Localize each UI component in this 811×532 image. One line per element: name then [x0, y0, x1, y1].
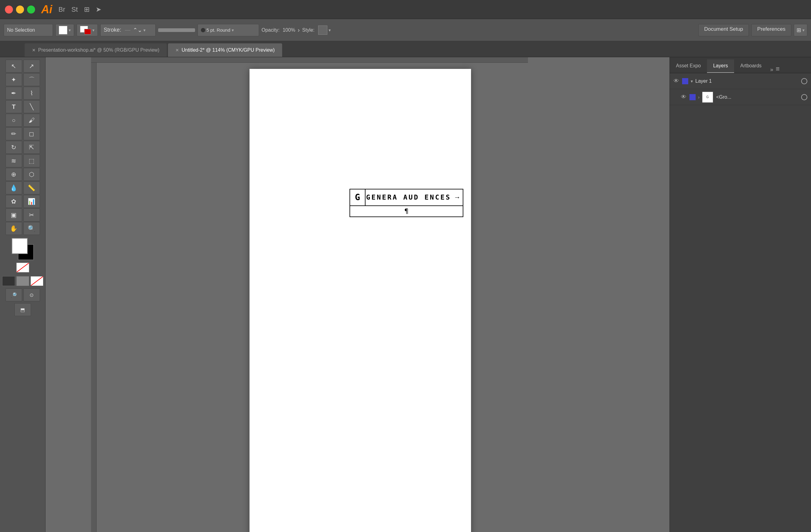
- scale-tool[interactable]: ⇱: [24, 141, 40, 154]
- paintbrush-tool[interactable]: 🖌: [24, 114, 40, 127]
- bridge-icon[interactable]: Br: [59, 5, 65, 14]
- tools-row-4: T ╲: [1, 100, 44, 113]
- symbol-tool[interactable]: ✿: [5, 195, 22, 208]
- tools-row-bottom: ⬒: [1, 303, 44, 316]
- style-swatch[interactable]: [318, 26, 327, 35]
- close-button[interactable]: [5, 5, 13, 14]
- stroke-chevron: ▾: [92, 28, 94, 33]
- line-tool[interactable]: ╲: [24, 100, 40, 113]
- fill-mode-mid[interactable]: [16, 276, 29, 286]
- tools-row-11: ✿ 📊: [1, 195, 44, 208]
- arrange-panel-button[interactable]: ⊞ ▾: [794, 24, 807, 36]
- expand-arrow-1[interactable]: ▾: [691, 79, 693, 84]
- selection-tool[interactable]: ↖: [5, 60, 22, 73]
- layer-row-1[interactable]: 👁 ▾ Layer 1: [670, 73, 811, 89]
- asset-exporter-label: Asset Expo: [676, 63, 701, 68]
- shape-builder-tool[interactable]: ⊕: [5, 168, 22, 181]
- pencil-tool[interactable]: ✏: [5, 127, 22, 140]
- pattern-mode[interactable]: ⊙: [24, 288, 40, 301]
- fill-mode-dark[interactable]: [2, 276, 15, 286]
- stock-icon[interactable]: St: [71, 5, 78, 14]
- right-panel: Asset Expo Layers Artboards » ≡ 👁 ▾ Laye…: [670, 57, 811, 532]
- live-paint-tool[interactable]: ⬡: [24, 168, 40, 181]
- visibility-icon-1[interactable]: 👁: [673, 78, 679, 84]
- tab-label-1: Presentation-workshop.ai* @ 50% (RGB/GPU…: [38, 47, 159, 53]
- zoom-tool[interactable]: 🔍: [24, 222, 40, 235]
- magic-wand-tool[interactable]: ✦: [5, 73, 22, 86]
- expand-arrow-group[interactable]: ›: [698, 95, 700, 100]
- tools-row-2: ✦ ⌒: [1, 73, 44, 86]
- send-icon[interactable]: ➤: [96, 5, 101, 14]
- stroke-color[interactable]: ▾: [77, 24, 98, 36]
- layer-name-group: <Gro...: [716, 94, 801, 100]
- tab-layers[interactable]: Layers: [707, 59, 734, 73]
- layer-name-1: Layer 1: [695, 78, 801, 84]
- tools-row-12: ▣ ✂: [1, 208, 44, 221]
- ellipse-tool[interactable]: ○: [5, 114, 22, 127]
- toolbar: No Selection ▾ ▾ Stroke: — ⌃⌄ ▾ 5 pt. Ro…: [0, 19, 811, 41]
- tools-row-7: ↻ ⇱: [1, 141, 44, 154]
- fill-mode-no[interactable]: [30, 276, 43, 286]
- tools-row-5: ○ 🖌: [1, 114, 44, 127]
- minimize-button[interactable]: [16, 5, 24, 14]
- stroke-chevron2: ▾: [143, 28, 146, 33]
- tab-close-1[interactable]: ✕: [32, 48, 36, 52]
- tab-label-2: Untitled-2* @ 114% (CMYK/GPU Preview): [182, 47, 275, 53]
- rotate-tool[interactable]: ↻: [5, 141, 22, 154]
- foreground-color[interactable]: [12, 238, 28, 254]
- red-swatch[interactable]: [16, 263, 29, 272]
- fill-color[interactable]: ▾: [56, 24, 74, 36]
- tab-untitled[interactable]: ✕ Untitled-2* @ 114% (CMYK/GPU Preview): [168, 43, 282, 57]
- tab-asset-exporter[interactable]: Asset Expo: [670, 59, 707, 73]
- preferences-button[interactable]: Preferences: [751, 24, 791, 36]
- traffic-lights: [5, 5, 35, 14]
- fill-swatch[interactable]: [59, 26, 67, 34]
- eyedropper-tool[interactable]: 💧: [5, 182, 22, 194]
- artboards-label: Artboards: [740, 63, 762, 68]
- hand-tool[interactable]: ✋: [5, 222, 22, 235]
- title-bar-icons: Br St ⊞ ➤: [59, 5, 101, 14]
- warp-tool[interactable]: ≋: [5, 154, 22, 167]
- eraser-tool[interactable]: ◻: [24, 127, 40, 140]
- lasso-tool[interactable]: ⌒: [24, 73, 40, 86]
- layer-target-group[interactable]: [801, 94, 807, 100]
- stroke-stepper[interactable]: ⌃⌄: [133, 27, 142, 33]
- tab-artboards[interactable]: Artboards: [734, 59, 768, 73]
- measure-tool[interactable]: 📏: [24, 182, 40, 194]
- search-mode[interactable]: 🔎: [5, 288, 22, 301]
- document-setup-button[interactable]: Document Setup: [699, 24, 749, 36]
- fill-chevron: ▾: [68, 28, 71, 33]
- type-tool[interactable]: T: [5, 100, 22, 113]
- brush-label: 5 pt. Round: [206, 27, 230, 33]
- panel-menu-button[interactable]: ≡: [776, 65, 780, 73]
- visibility-icon-group[interactable]: 👁: [681, 94, 686, 100]
- fg-bg-colors[interactable]: [12, 238, 34, 260]
- panel-expand-button[interactable]: »: [770, 66, 773, 73]
- slice-tool[interactable]: ✂: [24, 208, 40, 221]
- layer-target-1[interactable]: [801, 78, 807, 84]
- draw-modes: [1, 276, 44, 286]
- tab-close-2[interactable]: ✕: [175, 48, 179, 52]
- stroke-preview: [158, 28, 195, 32]
- diagram-element[interactable]: G GENERA AUD ENCES → ¶: [350, 189, 463, 217]
- tools-row-6: ✏ ◻: [1, 127, 44, 140]
- free-transform-tool[interactable]: ⬚: [24, 154, 40, 167]
- graph-tool[interactable]: 📊: [24, 195, 40, 208]
- direct-selection-tool[interactable]: ↗: [24, 60, 40, 73]
- color-area: [1, 238, 44, 272]
- fullscreen-button[interactable]: [27, 5, 35, 14]
- artboard-tool[interactable]: ▣: [5, 208, 22, 221]
- layers-label: Layers: [713, 63, 728, 68]
- tab-presentation[interactable]: ✕ Presentation-workshop.ai* @ 50% (RGB/G…: [25, 43, 167, 57]
- curvature-tool[interactable]: ⌇: [24, 87, 40, 100]
- layer-row-group[interactable]: 👁 › G <Gro...: [670, 89, 811, 105]
- tools-row-13: ✋ 🔍: [1, 222, 44, 235]
- opacity-value: 100%: [283, 27, 295, 33]
- arrange-icon[interactable]: ⊞: [84, 5, 90, 14]
- pen-tool[interactable]: ✒: [5, 87, 22, 100]
- opacity-arrow[interactable]: ›: [298, 27, 300, 33]
- stroke-control[interactable]: Stroke: — ⌃⌄ ▾: [100, 24, 156, 36]
- brush-size[interactable]: 5 pt. Round ▾: [198, 24, 259, 36]
- style-label: Style:: [302, 27, 315, 33]
- screen-mode[interactable]: ⬒: [14, 303, 31, 316]
